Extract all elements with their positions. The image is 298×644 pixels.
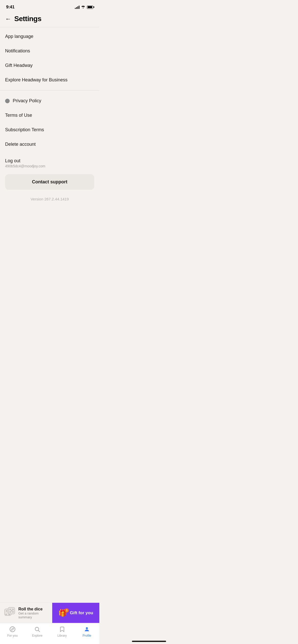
menu-item-gift-headway[interactable]: Gift Headway [0, 58, 99, 73]
logout-email: 490b5dc4@moodjoy.com [5, 164, 94, 168]
menu-item-explore-business[interactable]: Explore Headway for Business [0, 73, 99, 87]
version-text: Version 267.2.44.1419 [0, 195, 99, 207]
menu-item-app-language[interactable]: App language [0, 29, 99, 44]
legal-menu: Privacy Policy Terms of Use Subscription… [0, 92, 99, 154]
menu-item-subscription-terms[interactable]: Subscription Terms [0, 123, 99, 137]
status-bar: 9:41 [0, 0, 99, 13]
menu-item-privacy-policy[interactable]: Privacy Policy [0, 94, 99, 108]
menu-item-terms-of-use[interactable]: Terms of Use [0, 108, 99, 123]
header: ← Settings [0, 13, 99, 27]
menu-item-delete-account[interactable]: Delete account [0, 137, 99, 152]
logout-button[interactable]: Log out [5, 158, 94, 164]
status-time: 9:41 [6, 5, 15, 10]
status-icons [75, 5, 93, 9]
contact-support-section: Contact support [0, 169, 99, 195]
menu-item-notifications[interactable]: Notifications [0, 44, 99, 58]
wifi-icon [81, 5, 85, 9]
back-button[interactable]: ← [5, 16, 11, 22]
battery-icon [87, 6, 93, 9]
page-title: Settings [14, 15, 41, 23]
main-menu: App language Notifications Gift Headway … [0, 27, 99, 89]
signal-icon [75, 5, 79, 9]
contact-support-button[interactable]: Contact support [5, 174, 94, 190]
privacy-dot [5, 99, 10, 103]
logout-section: Log out 490b5dc4@moodjoy.com [0, 154, 99, 169]
section-divider [0, 90, 99, 91]
